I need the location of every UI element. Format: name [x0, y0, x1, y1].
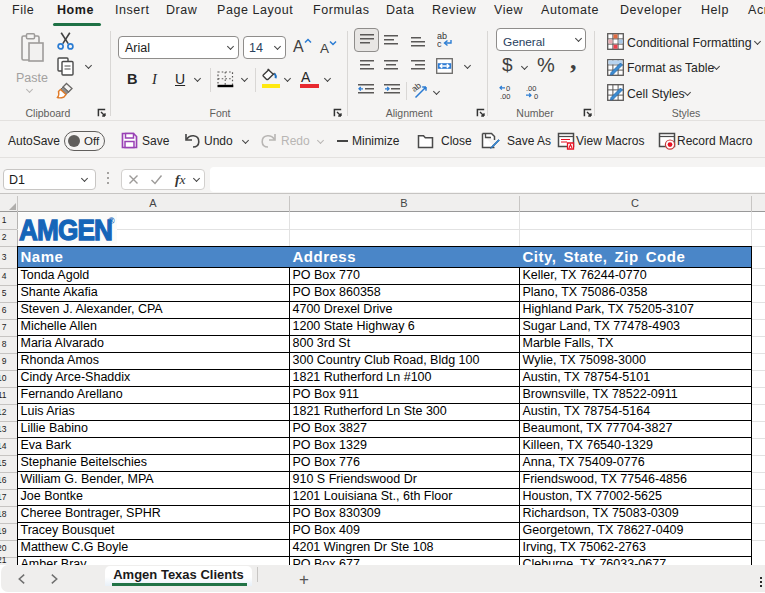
svg-text:c: c — [437, 39, 442, 48]
svg-text:.00: .00 — [500, 92, 510, 100]
svg-text:0: 0 — [534, 92, 538, 100]
